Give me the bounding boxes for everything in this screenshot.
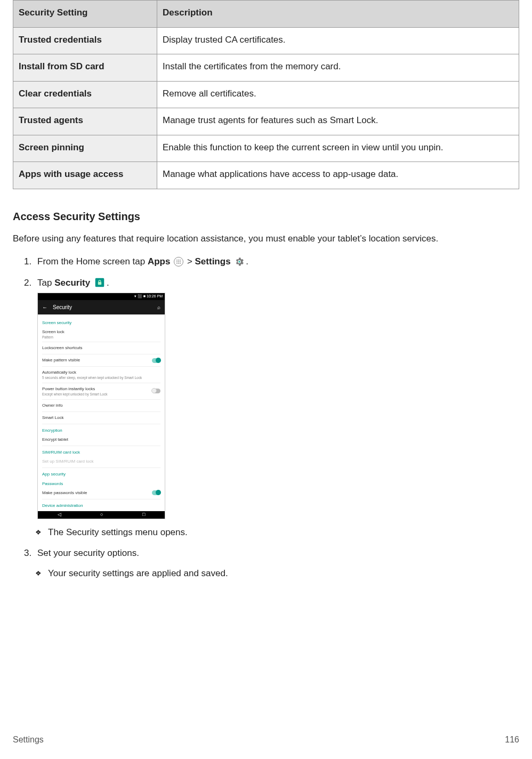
- setting-name: Install from SD card: [13, 54, 157, 82]
- security-screen-screenshot: ▾ ⬛ ■ 10:26 PM ← Security ⌕ Screen secur…: [37, 293, 165, 519]
- table-row: Trusted agents Manage trust agents for f…: [13, 108, 519, 135]
- status-bar: ▾ ⬛ ■ 10:26 PM: [38, 293, 165, 300]
- table-header-setting: Security Setting: [13, 1, 157, 28]
- row-make-pw-visible: Make passwords visible: [42, 487, 160, 499]
- setting-name: Apps with usage access: [13, 162, 157, 189]
- settings-gear-icon: [234, 256, 245, 267]
- apps-icon: [174, 257, 183, 267]
- row-make-pattern-visible: Make pattern visible: [42, 354, 160, 367]
- back-arrow-icon: ←: [42, 303, 47, 311]
- nav-back-icon: ◁: [58, 511, 61, 519]
- row-encrypt-tablet: Encrypt tablet: [42, 434, 160, 446]
- setting-desc: Install the certificates from the memory…: [157, 54, 519, 82]
- setting-name: Clear credentials: [13, 81, 157, 108]
- row-auto-lock: Automatically lock 5 seconds after sleep…: [42, 367, 160, 383]
- toggle-on-icon: [152, 490, 160, 495]
- toggle-off-icon: [152, 389, 160, 393]
- step-1: From the Home screen tap Apps > Settings…: [34, 255, 519, 269]
- app-bar: ← Security ⌕: [38, 300, 165, 314]
- table-row: Trusted credentials Display trusted CA c…: [13, 27, 519, 54]
- setting-desc: Manage what applications have access to …: [157, 162, 519, 189]
- category-encryption: Encryption: [42, 427, 160, 434]
- row-smart-lock: Smart Lock: [42, 412, 160, 424]
- setting-desc: Manage trust agents for features such as…: [157, 108, 519, 135]
- svg-point-4: [178, 261, 179, 262]
- search-icon: ⌕: [157, 303, 160, 311]
- svg-point-1: [178, 260, 179, 261]
- svg-point-8: [180, 263, 181, 264]
- category-device-admin: Device administration: [42, 503, 160, 509]
- row-screen-lock: Screen lock Pattern: [42, 326, 160, 343]
- svg-point-2: [180, 260, 181, 261]
- appbar-title: Security: [53, 303, 152, 311]
- step-3-result: Your security settings are applied and s…: [35, 567, 519, 580]
- setting-name: Trusted credentials: [13, 27, 157, 54]
- nav-recent-icon: □: [142, 511, 145, 519]
- row-power-button-locks: Power button instantly locks Except when…: [42, 383, 160, 400]
- svg-point-5: [180, 261, 181, 262]
- svg-point-6: [176, 263, 178, 264]
- setting-desc: Remove all certificates.: [157, 81, 519, 108]
- step-3: Set your security options. Your security…: [34, 546, 519, 580]
- page-footer: Settings 116: [13, 733, 519, 746]
- svg-rect-11: [98, 282, 101, 285]
- table-header-description: Description: [157, 1, 519, 28]
- setting-name: Trusted agents: [13, 108, 157, 135]
- table-row: Screen pinning Enable this function to k…: [13, 135, 519, 162]
- step-2: Tap Security . ▾ ⬛ ■ 10:26 PM ← Security…: [34, 276, 519, 539]
- setting-name: Screen pinning: [13, 135, 157, 162]
- table-row: Install from SD card Install the certifi…: [13, 54, 519, 82]
- footer-section-name: Settings: [13, 733, 44, 746]
- nav-home-icon: ○: [100, 511, 103, 519]
- nav-bar: ◁ ○ □: [38, 511, 165, 519]
- intro-paragraph: Before using any features that require l…: [13, 232, 519, 246]
- table-row: Clear credentials Remove all certificate…: [13, 81, 519, 108]
- svg-point-0: [176, 260, 178, 261]
- category-sim-lock: SIM/RUIM card lock: [42, 449, 160, 456]
- setting-desc: Enable this function to keep the current…: [157, 135, 519, 162]
- section-heading-access-security: Access Security Settings: [13, 208, 519, 224]
- step-2-result: The Security settings menu opens.: [35, 526, 519, 539]
- toggle-on-icon: [152, 358, 160, 363]
- security-lock-icon: [94, 277, 106, 288]
- svg-point-9: [239, 261, 240, 262]
- table-row: Apps with usage access Manage what appli…: [13, 162, 519, 189]
- row-lockscreen-shortcuts: Lockscreen shortcuts: [42, 342, 160, 354]
- svg-point-7: [178, 263, 179, 264]
- row-setup-sim: Set up SIM/RUIM card lock: [42, 456, 160, 468]
- security-settings-table: Security Setting Description Trusted cre…: [13, 0, 519, 189]
- footer-page-number: 116: [505, 733, 519, 746]
- category-passwords: Passwords: [42, 481, 160, 487]
- setting-desc: Display trusted CA certificates.: [157, 27, 519, 54]
- svg-point-3: [176, 261, 178, 262]
- category-app-security: App security: [42, 471, 160, 478]
- category-screen-security: Screen security: [42, 320, 160, 326]
- row-owner-info: Owner info: [42, 400, 160, 412]
